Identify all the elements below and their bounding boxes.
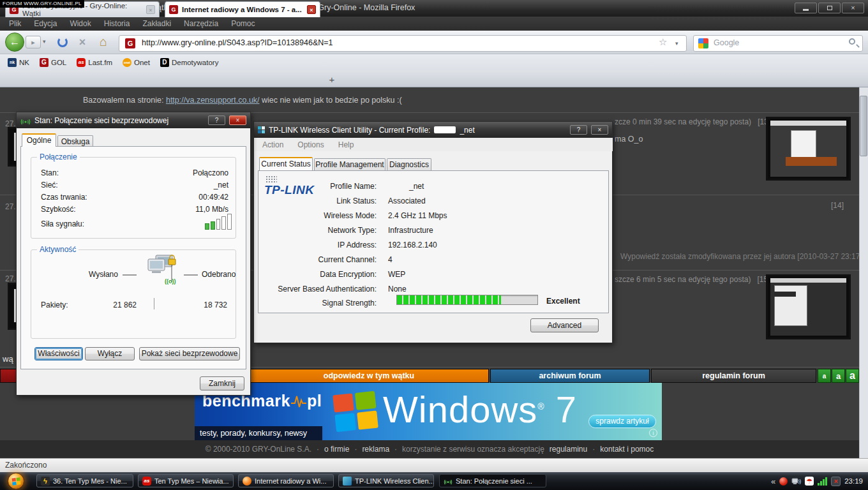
tray-signal-icon[interactable] (818, 477, 827, 486)
new-tab-button[interactable]: + (324, 73, 340, 86)
disable-button[interactable]: Wyłącz (85, 347, 135, 360)
field-wireless-mode-label: Wireless Mode: (254, 211, 377, 220)
wifi-dialog-title: Stan: Połączenie sieci bezprzewodowej (34, 116, 204, 125)
home-icon[interactable]: ⌂ (96, 33, 111, 50)
advanced-button[interactable]: Advanced (530, 318, 599, 332)
left-text-fragment: wą (3, 354, 13, 364)
menu-edycja[interactable]: Edycja (27, 19, 63, 28)
tray-clock[interactable]: 23:19 (844, 477, 863, 485)
row-czas-value: 00:49:42 (131, 193, 228, 202)
restore-button[interactable] (818, 3, 841, 13)
tab1-close-icon[interactable]: × (146, 5, 155, 14)
tplink-help-button[interactable]: ? (570, 125, 587, 135)
url-text[interactable]: http://www.gry-online.pl/S043.asp?ID=101… (142, 38, 333, 47)
menu-zakladki[interactable]: Zakładki (136, 19, 177, 28)
tplink-utility-dialog[interactable]: TP-LINK Wireless Client Utility - Curren… (253, 121, 613, 343)
menu-action[interactable]: Action (262, 140, 283, 149)
tab2-favicon: G (169, 5, 178, 14)
post-link[interactable]: http://va.zensupport.co.uk/ (166, 96, 260, 105)
reply-thread-button[interactable]: odpowiedz w tym wątku (249, 369, 489, 383)
bookmark-onet[interactable]: onetOnet (119, 58, 154, 67)
close-dialog-button[interactable]: Zamknij (200, 376, 244, 390)
windows7-ad-banner[interactable]: benchmarkpl testy, porady, konkursy, new… (195, 383, 662, 440)
history-dropdown-icon[interactable]: ▾ (43, 38, 46, 45)
check-article-button[interactable]: sprawdz artykuł (588, 415, 656, 428)
taskbar-item-winamp[interactable]: ϟ 36. Ten Typ Mes - Nie... (36, 474, 133, 487)
copyright-text: © 2000-2010 GRY-OnLine S.A. (206, 445, 311, 454)
menu-pomoc[interactable]: Pomoc (225, 19, 261, 28)
wifi-help-button[interactable]: ? (208, 115, 225, 125)
tab-current-thread[interactable]: G Internet radiowy a Windows 7 - a... × (165, 1, 320, 17)
packets-divider (154, 298, 154, 309)
forward-button[interactable]: ▸ (26, 36, 41, 48)
post13-thumbnail[interactable] (766, 117, 851, 181)
tab-current-status[interactable]: Current Status (259, 157, 313, 170)
menu-options[interactable]: Options (297, 140, 324, 149)
properties-button[interactable]: Właściwości (34, 347, 83, 360)
menu-plik[interactable]: Plik (3, 19, 27, 28)
sent-label: Wysłano (89, 270, 118, 279)
tplink-close-button[interactable]: × (591, 125, 608, 135)
start-button[interactable] (8, 473, 24, 489)
post-text-top: Bazowalem na stronie: http://va.zensuppo… (83, 96, 402, 105)
reload-icon[interactable] (57, 37, 68, 47)
footer-link-rules[interactable]: regulaminu (550, 445, 587, 454)
tray-network-icon[interactable] (791, 477, 801, 486)
windows7-banner-text: Windows® 7 (383, 388, 577, 431)
bookmark-lastfm[interactable]: asLast.fm (73, 58, 116, 67)
tray-blocked-icon[interactable]: × (831, 477, 841, 486)
taskbar-item-wifi-status[interactable]: Stan: Połączenie sieci ... (439, 474, 546, 487)
tplink-menubar: Action Options Help (255, 138, 613, 151)
back-button[interactable]: ← (5, 33, 24, 52)
tray-overflow-icon[interactable]: « (771, 477, 775, 486)
google-icon[interactable] (698, 38, 708, 48)
connection-legend: Połączenie (37, 152, 80, 161)
taskbar-item-firefox[interactable]: Internet radiowy a Wi... (238, 474, 334, 487)
field-wireless-mode-value: 2.4 GHz 11 Mbps (388, 211, 447, 220)
footer-link-ads[interactable]: reklama (362, 445, 389, 454)
stop-button[interactable]: × (75, 34, 89, 50)
font-size-large-button[interactable]: a (846, 369, 859, 383)
bookmark-gol[interactable]: GGOL (36, 58, 70, 67)
redaction-blob (434, 126, 456, 133)
forum-archive-button[interactable]: archiwum forum (490, 369, 650, 383)
row-szybkosc-label: Szybkość: (41, 205, 76, 214)
post15-thumbnail[interactable] (766, 274, 851, 339)
post13-reply-text: ma O_o (615, 135, 643, 144)
desktop: Internet radiowy a Windows 7 - autor wąt… (0, 0, 868, 490)
view-wireless-networks-button[interactable]: Pokaż sieci bezprzewodowe (139, 347, 240, 360)
tab2-close-icon[interactable]: × (307, 5, 316, 14)
wifi-close-button[interactable]: × (229, 115, 246, 125)
wifi-dialog-titlebar[interactable]: Stan: Połączenie sieci bezprzewodowej ? … (17, 112, 250, 128)
tab-diagnostics[interactable]: Diagnostics (387, 158, 431, 172)
footer-link-about[interactable]: o firmie (324, 445, 349, 454)
close-button[interactable]: × (842, 3, 864, 13)
taskbar-item-lastfm[interactable]: as Ten Typ Mes – Niewia... (138, 474, 234, 487)
wifi-status-dialog[interactable]: Stan: Połączenie sieci bezprzewodowej ? … (16, 112, 251, 396)
ad-info-icon[interactable]: i (649, 429, 657, 437)
menu-widok[interactable]: Widok (63, 19, 97, 28)
minimize-button[interactable] (795, 3, 817, 13)
menu-historia[interactable]: Historia (98, 19, 137, 28)
search-icon[interactable] (849, 38, 855, 45)
tplink-titlebar[interactable]: TP-LINK Wireless Client Utility - Curren… (254, 122, 612, 138)
forum-rules-button[interactable]: regulamin forum (651, 369, 816, 383)
bookmark-nk[interactable]: nkNK (4, 58, 33, 67)
taskbar-item-tplink[interactable]: TP-LINK Wireless Clien... (338, 474, 434, 487)
scrollbar-thumb[interactable] (860, 96, 867, 156)
wireless-icon (444, 477, 453, 485)
font-size-medium-button[interactable]: a (832, 369, 845, 383)
tab-general[interactable]: Ogólne (22, 133, 56, 147)
tab-profile-management[interactable]: Profile Management (314, 158, 385, 172)
menu-narzedzia[interactable]: Narzędzia (177, 19, 225, 28)
footer-link-contact[interactable]: kontakt i pomoc (600, 445, 654, 454)
menu-help[interactable]: Help (338, 140, 354, 149)
tray-red-ball-icon[interactable] (779, 477, 788, 486)
windows-flag-icon (332, 389, 379, 436)
url-dropdown-icon[interactable]: ▾ (675, 40, 678, 47)
bookmark-star-icon[interactable]: ☆ (659, 36, 667, 48)
antenna-glyph: ((o)) (165, 278, 176, 285)
avira-umbrella-icon[interactable]: ☂ (805, 477, 814, 486)
font-size-small-button[interactable]: a (818, 369, 831, 383)
bookmark-demotywatory[interactable]: DDemotywatory (156, 58, 223, 67)
